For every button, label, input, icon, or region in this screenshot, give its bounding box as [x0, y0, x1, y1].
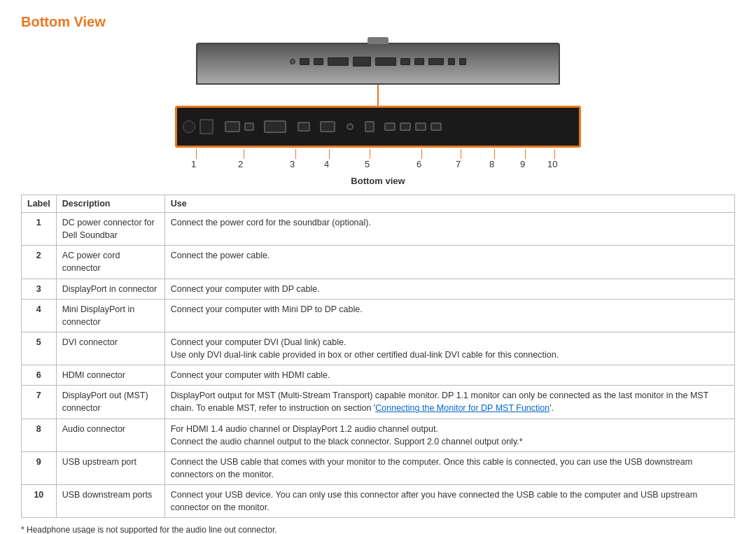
- cell-use: Connect your computer with DP cable.: [164, 279, 734, 299]
- col-header-use: Use: [164, 195, 734, 213]
- cell-use: Connect your USB device. You can only us…: [164, 485, 734, 518]
- cell-use: Connect the USB cable that comes with yo…: [164, 451, 734, 484]
- cell-description: Audio connector: [56, 419, 164, 451]
- table-row: 8Audio connectorFor HDMI 1.4 audio chann…: [22, 419, 735, 451]
- cell-description: Mini DisplayPort in connector: [56, 299, 164, 332]
- diagram-caption: Bottom view: [21, 176, 735, 186]
- cell-label: 1: [22, 213, 57, 246]
- cell-description: DC power connector for Dell Soundbar: [56, 213, 164, 246]
- table-row: 7DisplayPort out (MST) connectorDisplayP…: [22, 386, 735, 419]
- cell-description: AC power cord connector: [56, 246, 164, 279]
- mst-link[interactable]: Connecting the Monitor for DP MST Functi…: [375, 403, 550, 413]
- cell-label: 8: [22, 419, 57, 451]
- cell-label: 3: [22, 279, 57, 299]
- bottom-panel: [175, 106, 581, 148]
- cell-label: 9: [22, 451, 57, 484]
- table-row: 9USB upstream portConnect the USB cable …: [22, 451, 735, 484]
- cell-description: DVI connector: [56, 332, 164, 365]
- table-row: 10USB downstream portsConnect your USB d…: [22, 485, 735, 518]
- cell-label: 5: [22, 332, 57, 365]
- cell-label: 4: [22, 299, 57, 332]
- cell-description: HDMI connector: [56, 365, 164, 386]
- diagram-section: 1 2 3 4 5 6 7 8 9 10: [21, 43, 735, 169]
- page-title: Bottom View: [21, 14, 735, 30]
- cell-use: DisplayPort output for MST (Multi-Stream…: [164, 386, 734, 419]
- cell-label: 2: [22, 246, 57, 279]
- table-row: 3DisplayPort in connectorConnect your co…: [22, 279, 735, 299]
- table-row: 5DVI connectorConnect your computer DVI …: [22, 332, 735, 365]
- cell-use: Connect your computer with Mini DP to DP…: [164, 299, 734, 332]
- cell-description: USB downstream ports: [56, 485, 164, 518]
- cell-label: 7: [22, 386, 57, 419]
- cell-use: Connect the power cable.: [164, 246, 734, 279]
- cell-description: DisplayPort in connector: [56, 279, 164, 299]
- connector-table: Label Description Use 1DC power connecto…: [21, 195, 735, 518]
- monitor-top: [196, 43, 560, 85]
- cell-use: Connect your computer DVI (Dual link) ca…: [164, 332, 734, 365]
- table-row: 4Mini DisplayPort in connectorConnect yo…: [22, 299, 735, 332]
- cell-description: DisplayPort out (MST) connector: [56, 386, 164, 419]
- cell-description: USB upstream port: [56, 451, 164, 484]
- cell-use: For HDMI 1.4 audio channel or DisplayPor…: [164, 419, 734, 451]
- table-row: 1DC power connector for Dell SoundbarCon…: [22, 213, 735, 246]
- arrow-line: [377, 85, 379, 106]
- cell-label: 10: [22, 485, 57, 518]
- col-header-label: Label: [22, 195, 57, 213]
- table-row: 6HDMI connectorConnect your computer wit…: [22, 365, 735, 386]
- footnote: * Headphone usage is not supported for t…: [21, 525, 735, 534]
- cell-use: Connect the power cord for the soundbar …: [164, 213, 734, 246]
- col-header-description: Description: [56, 195, 164, 213]
- table-row: 2AC power cord connectorConnect the powe…: [22, 246, 735, 279]
- cell-use: Connect your computer with HDMI cable.: [164, 365, 734, 386]
- cell-label: 6: [22, 365, 57, 386]
- connector-lines: 1 2 3 4 5 6 7 8 9 10: [175, 149, 581, 169]
